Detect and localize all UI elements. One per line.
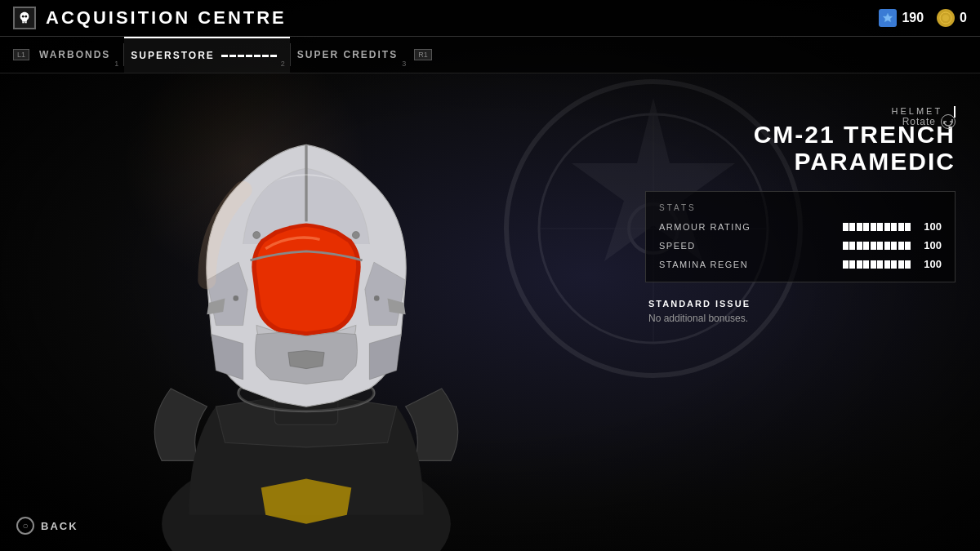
stat-armour-bar-container: 100 xyxy=(843,220,942,233)
passive-desc: No additional bonuses. xyxy=(648,312,952,326)
super-credits-currency: 190 xyxy=(879,9,924,27)
superstore-label: SUPERSTORE xyxy=(131,50,214,61)
svg-rect-3 xyxy=(22,22,24,24)
seg xyxy=(877,242,883,250)
seg xyxy=(877,223,883,231)
sc-icon xyxy=(879,9,897,27)
seg xyxy=(891,242,897,250)
super-credits-label: SUPER CREDITS xyxy=(297,49,398,60)
tab-superstore[interactable]: SUPERSTORE 2 xyxy=(124,37,289,73)
back-label: BACK xyxy=(41,520,78,532)
seg xyxy=(891,223,897,231)
stat-speed-bar xyxy=(843,242,911,250)
svg-point-6 xyxy=(24,16,27,18)
skull-icon xyxy=(13,7,36,29)
stats-title: STATS xyxy=(659,203,942,212)
seg xyxy=(843,223,849,231)
seg xyxy=(857,242,862,250)
seg xyxy=(884,242,890,250)
svg-point-17 xyxy=(374,295,380,301)
seg xyxy=(849,223,855,231)
seg xyxy=(884,223,890,231)
seg xyxy=(863,223,869,231)
seg xyxy=(863,242,869,250)
header: ACQUISITION CENTRE 190 0 xyxy=(0,0,980,37)
seg xyxy=(871,223,876,231)
stats-box: STATS ARMOUR RATING 100 xyxy=(645,191,956,282)
gold-icon xyxy=(937,9,955,27)
superstore-num: 2 xyxy=(281,60,285,68)
svg-point-9 xyxy=(942,15,949,21)
seg xyxy=(877,260,883,269)
stat-stamina-bar-container: 100 xyxy=(843,258,942,270)
svg-point-5 xyxy=(22,16,24,18)
svg-rect-4 xyxy=(24,22,26,24)
svg-point-16 xyxy=(233,295,238,301)
passive-section: STANDARD ISSUE No additional bonuses. xyxy=(645,299,956,326)
l1-button-label[interactable]: L1 xyxy=(13,49,29,60)
seg xyxy=(857,223,862,231)
item-info-panel: HELMET CM-21 TRENCH PARAMEDIC STATS ARMO… xyxy=(645,106,956,326)
stat-stamina-bar xyxy=(843,260,911,269)
sc-value: 190 xyxy=(902,11,924,25)
nav-tabs: L1 WARBONDS 1 SUPERSTORE 2 SUPER CREDITS… xyxy=(0,37,980,73)
seg xyxy=(871,242,876,250)
gold-value: 0 xyxy=(960,11,967,25)
stat-speed-bar-container: 100 xyxy=(843,239,942,251)
seg xyxy=(898,242,904,250)
back-button[interactable]: ○ BACK xyxy=(16,517,78,535)
stat-stamina-name: STAMINA REGEN xyxy=(659,260,757,269)
super-credits-num: 3 xyxy=(402,60,406,68)
tab-warbonds[interactable]: WARBONDS 1 xyxy=(33,37,123,73)
seg xyxy=(843,242,849,250)
tab-super-credits[interactable]: SUPER CREDITS 3 xyxy=(291,37,411,73)
seg xyxy=(843,260,849,269)
stat-armour-name: ARMOUR RATING xyxy=(659,222,757,232)
seg xyxy=(898,260,904,269)
stat-armour-bar xyxy=(843,223,911,231)
back-icon: ○ xyxy=(16,517,34,535)
seg xyxy=(849,242,855,250)
seg xyxy=(849,260,855,269)
rotate-icon xyxy=(941,114,956,129)
character-display xyxy=(0,82,612,551)
gold-currency: 0 xyxy=(937,9,967,27)
seg xyxy=(905,223,911,231)
seg xyxy=(905,260,911,269)
seg xyxy=(871,260,876,269)
seg xyxy=(891,260,897,269)
rotate-hint: Rotate xyxy=(902,114,956,129)
warbonds-num: 1 xyxy=(114,60,118,68)
seg xyxy=(905,242,911,250)
stat-armour-value: 100 xyxy=(917,220,942,233)
stat-row-armour: ARMOUR RATING 100 xyxy=(659,220,942,233)
svg-point-14 xyxy=(253,232,261,239)
svg-point-15 xyxy=(352,232,359,239)
svg-marker-7 xyxy=(883,13,893,22)
stat-row-speed: SPEED 100 xyxy=(659,239,942,251)
stat-speed-name: SPEED xyxy=(659,241,757,251)
warbonds-label: WARBONDS xyxy=(39,49,110,60)
r1-button-label[interactable]: R1 xyxy=(414,49,432,60)
helmet-svg xyxy=(0,82,612,551)
stat-row-stamina: STAMINA REGEN 100 xyxy=(659,258,942,270)
stat-speed-value: 100 xyxy=(917,239,942,251)
stat-stamina-value: 100 xyxy=(917,258,942,270)
superstore-underline xyxy=(221,55,277,57)
rotate-label: Rotate xyxy=(902,116,936,127)
passive-title: STANDARD ISSUE xyxy=(648,299,952,309)
seg xyxy=(857,260,862,269)
seg xyxy=(898,223,904,231)
currency-display: 190 0 xyxy=(879,9,967,27)
seg xyxy=(863,260,869,269)
header-title: ACQUISITION CENTRE xyxy=(46,7,287,29)
seg xyxy=(884,260,890,269)
